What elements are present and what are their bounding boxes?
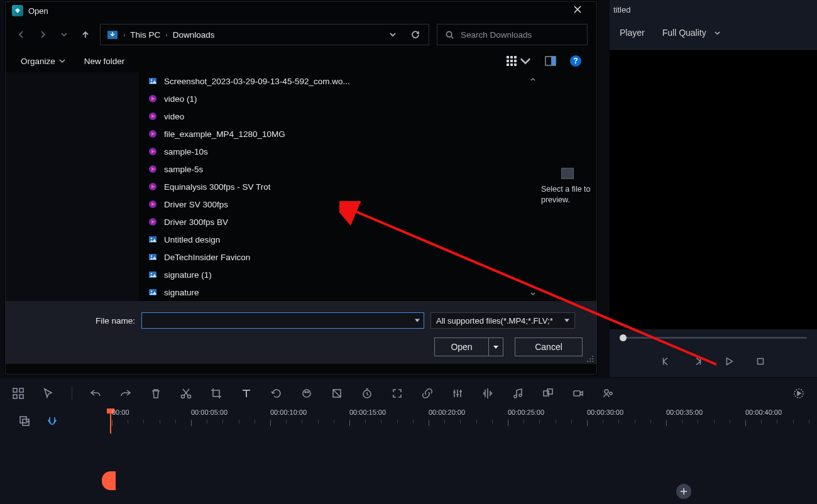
svg-point-7 (303, 390, 310, 397)
file-name: signature (164, 288, 199, 297)
file-item[interactable]: Driver SV 300fps (139, 195, 526, 213)
svg-rect-29 (507, 63, 509, 66)
nav-recent-button[interactable] (57, 28, 71, 41)
folder-tree[interactable] (6, 72, 139, 301)
crop-icon[interactable] (209, 386, 223, 400)
svg-point-57 (587, 361, 588, 362)
rotate-icon[interactable] (270, 386, 283, 400)
file-item[interactable]: DeTechInsider Favicon (139, 248, 526, 266)
preview-pane-button[interactable] (545, 55, 556, 67)
new-folder-button[interactable]: New folder (84, 57, 125, 66)
open-file-dialog: Open › This PC › Downloads Search Downlo… (5, 1, 597, 375)
svg-point-54 (589, 358, 591, 359)
file-item[interactable]: video (1) (139, 90, 526, 107)
file-item[interactable]: Untitled design (139, 231, 526, 248)
breadcrumb-this-pc[interactable]: This PC (130, 30, 160, 40)
file-name: Driver 300fps BV (164, 217, 228, 227)
filetype-select[interactable]: All supported files(*.MP4;*.FLV;* (430, 312, 575, 329)
file-item[interactable]: signature (139, 283, 526, 301)
timeline-panel: 00:0000:00:05:0000:00:10:0000:00:15:0000… (0, 378, 817, 504)
play-button[interactable] (722, 354, 736, 368)
open-dropdown-button[interactable] (489, 346, 503, 349)
svg-point-52 (592, 356, 593, 357)
render-icon[interactable] (792, 386, 806, 400)
svg-point-47 (151, 255, 152, 256)
stop-button[interactable] (754, 354, 767, 368)
svg-rect-25 (514, 56, 517, 58)
audio-icon[interactable] (481, 386, 495, 400)
timeline-ruler[interactable]: 00:0000:00:05:0000:00:10:0000:00:15:0000… (107, 408, 817, 434)
time-mark: 00:00:40:00 (745, 408, 782, 416)
time-mark: 00:00:10:00 (270, 408, 307, 416)
text-icon[interactable] (239, 386, 253, 400)
image-file-icon (148, 234, 158, 244)
resize-grip-icon[interactable] (586, 354, 594, 361)
image-file-icon (148, 270, 158, 280)
image-file-icon (148, 76, 158, 86)
svg-point-17 (610, 392, 612, 395)
scroll-up-icon[interactable] (529, 75, 537, 84)
record-knob[interactable] (102, 471, 116, 490)
undo-button[interactable] (89, 386, 102, 400)
filename-input[interactable] (141, 312, 424, 329)
file-name: Untitled design (164, 235, 220, 244)
cancel-button[interactable]: Cancel (515, 337, 583, 356)
file-item[interactable]: Screenshot_2023-03-29-09-13-45-592_com.w… (139, 72, 526, 90)
add-clip-button[interactable] (676, 484, 691, 499)
breadcrumb-downloads[interactable]: Downloads (173, 30, 215, 40)
music-icon[interactable] (511, 386, 525, 400)
group-icon[interactable] (541, 386, 555, 400)
timer-icon[interactable] (360, 386, 374, 400)
link-icon[interactable] (420, 386, 434, 400)
svg-point-12 (519, 394, 522, 397)
file-name: file_example_MP4_1280_10MG (164, 129, 285, 139)
grid-icon[interactable] (11, 386, 25, 400)
svg-point-9 (307, 392, 309, 393)
redo-button[interactable] (119, 386, 133, 400)
mask-icon[interactable] (330, 386, 344, 400)
color-icon[interactable] (300, 386, 314, 400)
file-item[interactable]: Driver 300fps BV (139, 213, 526, 231)
file-item[interactable]: sample-5s (139, 160, 526, 178)
cut-icon[interactable] (179, 386, 193, 400)
preview-progress[interactable] (610, 329, 817, 346)
refresh-button[interactable] (409, 28, 422, 41)
prev-frame-button[interactable] (659, 354, 673, 368)
delete-button[interactable] (149, 386, 163, 400)
nav-back-button[interactable] (14, 28, 28, 41)
open-button[interactable]: Open (434, 337, 503, 356)
downloads-folder-icon (107, 29, 118, 40)
svg-rect-19 (20, 417, 26, 423)
file-item[interactable]: signature (1) (139, 266, 526, 283)
search-placeholder: Search Downloads (461, 30, 532, 40)
address-dropdown-button[interactable] (386, 28, 400, 41)
magnet-icon[interactable] (45, 414, 59, 428)
add-track-icon[interactable] (18, 414, 31, 428)
image-file-icon (148, 287, 158, 297)
cursor-icon[interactable] (41, 386, 55, 400)
voice-icon[interactable] (601, 386, 615, 400)
expand-icon[interactable] (390, 386, 404, 400)
svg-rect-3 (13, 395, 17, 398)
file-item[interactable]: Equinalysis 300fps - SV Trot (139, 178, 526, 195)
file-item[interactable]: video (139, 107, 526, 125)
help-icon[interactable]: ? (570, 55, 581, 67)
quality-select[interactable]: Full Quality (656, 24, 727, 41)
adjust-icon[interactable] (451, 386, 464, 400)
next-frame-button[interactable] (691, 354, 705, 368)
file-item[interactable]: sample-10s (139, 143, 526, 160)
playhead[interactable] (110, 408, 111, 434)
app-logo-icon (12, 5, 23, 16)
record-icon[interactable] (571, 386, 585, 400)
address-bar[interactable]: › This PC › Downloads (100, 24, 429, 45)
organize-menu[interactable]: Organize (21, 57, 65, 66)
nav-forward-button[interactable] (36, 28, 50, 41)
file-list[interactable]: Screenshot_2023-03-29-09-13-45-592_com.w… (139, 72, 539, 301)
image-file-icon (148, 252, 158, 262)
close-button[interactable] (565, 5, 590, 16)
nav-up-button[interactable] (79, 28, 92, 41)
search-input[interactable]: Search Downloads (437, 24, 588, 45)
view-mode-button[interactable] (506, 55, 531, 67)
scroll-down-icon[interactable] (529, 290, 537, 299)
file-item[interactable]: file_example_MP4_1280_10MG (139, 125, 526, 143)
